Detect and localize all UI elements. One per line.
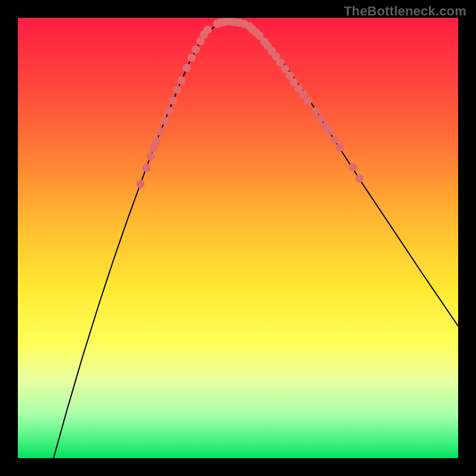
chart-frame: TheBottleneck.com <box>0 0 476 476</box>
marker-dot <box>311 107 320 115</box>
marker-dot <box>203 26 212 34</box>
marker-dot <box>149 144 158 152</box>
marker-dot <box>187 54 196 62</box>
watermark-text: TheBottleneck.com <box>344 4 466 19</box>
marker-dot <box>355 174 364 183</box>
marker-dot <box>142 164 151 172</box>
marker-dot <box>152 137 161 145</box>
marker-dot <box>161 117 169 125</box>
marker-dot <box>317 114 325 123</box>
marker-group <box>136 18 364 188</box>
marker-dot <box>336 143 344 152</box>
marker-dot <box>331 136 339 144</box>
marker-dot <box>192 45 200 54</box>
marker-dot <box>173 86 181 94</box>
chart-overlay <box>18 18 458 458</box>
marker-dot <box>136 180 145 188</box>
marker-dot <box>177 76 186 84</box>
marker-dot <box>156 127 165 136</box>
marker-dot <box>165 107 173 115</box>
bottleneck-curve <box>54 21 458 458</box>
plot-area <box>18 18 458 458</box>
marker-dot <box>349 163 357 171</box>
marker-dot <box>169 96 177 105</box>
marker-dot <box>325 127 334 136</box>
marker-dot <box>303 97 312 105</box>
marker-dot <box>146 152 155 161</box>
marker-dot <box>183 64 191 72</box>
